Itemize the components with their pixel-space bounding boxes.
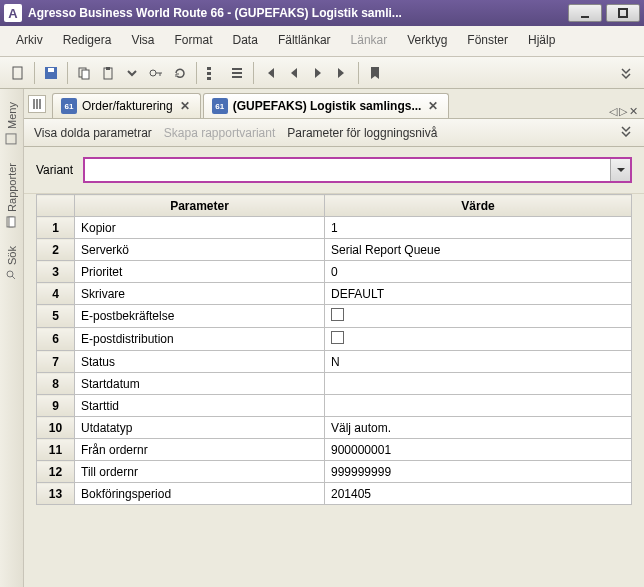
menu-fonster[interactable]: Fönster bbox=[457, 30, 518, 50]
bookmark-icon[interactable] bbox=[363, 61, 387, 85]
menu-arkiv[interactable]: Arkiv bbox=[6, 30, 53, 50]
new-icon[interactable] bbox=[6, 61, 30, 85]
svg-rect-2 bbox=[13, 67, 22, 79]
table-row[interactable]: 8Startdatum bbox=[37, 373, 632, 395]
save-icon[interactable] bbox=[39, 61, 63, 85]
last-icon[interactable] bbox=[330, 61, 354, 85]
rail-tab-rapporter[interactable]: Rapporter bbox=[0, 156, 23, 235]
cell-value[interactable]: 1 bbox=[325, 217, 632, 239]
paste-icon[interactable] bbox=[96, 61, 120, 85]
col-parameter: Parameter bbox=[75, 195, 325, 217]
table-row[interactable]: 7StatusN bbox=[37, 351, 632, 373]
link-parameter-loggningsniva[interactable]: Parameter för loggningsnivå bbox=[287, 126, 437, 140]
svg-rect-17 bbox=[33, 99, 35, 109]
tab-scroll-left-icon[interactable]: ◁ bbox=[609, 105, 617, 118]
table-row[interactable]: 1Kopior1 bbox=[37, 217, 632, 239]
table-row[interactable]: 13Bokföringsperiod201405 bbox=[37, 483, 632, 505]
chevron-down-icon[interactable] bbox=[120, 61, 144, 85]
copy-icon[interactable] bbox=[72, 61, 96, 85]
minimize-button[interactable] bbox=[568, 4, 602, 22]
tab-close-all-icon[interactable]: ✕ bbox=[629, 105, 638, 118]
close-icon[interactable]: ✕ bbox=[426, 99, 440, 113]
cell-value[interactable]: Serial Report Queue bbox=[325, 239, 632, 261]
svg-rect-4 bbox=[48, 68, 54, 72]
table-row[interactable]: 6E-postdistribution bbox=[37, 328, 632, 351]
table-row[interactable]: 12Till ordernr999999999 bbox=[37, 461, 632, 483]
close-icon[interactable]: ✕ bbox=[178, 99, 192, 113]
variant-label: Variant bbox=[36, 163, 73, 177]
rail-tab-meny[interactable]: Meny bbox=[0, 95, 23, 152]
window-title: Agresso Business World Route 66 - (GUPEF… bbox=[28, 6, 568, 20]
checkbox[interactable] bbox=[331, 331, 344, 344]
table-row[interactable]: 2ServerköSerial Report Queue bbox=[37, 239, 632, 261]
toolbar-overflow-icon[interactable] bbox=[620, 66, 638, 80]
row-number: 12 bbox=[37, 461, 75, 483]
svg-rect-15 bbox=[10, 217, 16, 227]
list-icon[interactable] bbox=[225, 61, 249, 85]
cell-parameter: Startdatum bbox=[75, 373, 325, 395]
cell-value[interactable]: 900000001 bbox=[325, 439, 632, 461]
toolbar bbox=[0, 57, 644, 89]
cell-value[interactable]: 201405 bbox=[325, 483, 632, 505]
table-row[interactable]: 4SkrivareDEFAULT bbox=[37, 283, 632, 305]
svg-rect-8 bbox=[106, 67, 110, 70]
cell-parameter: Prioritet bbox=[75, 261, 325, 283]
cell-parameter: Kopior bbox=[75, 217, 325, 239]
table-row[interactable]: 9Starttid bbox=[37, 395, 632, 417]
first-icon[interactable] bbox=[258, 61, 282, 85]
menu-format[interactable]: Format bbox=[165, 30, 223, 50]
menu-visa[interactable]: Visa bbox=[121, 30, 164, 50]
cell-parameter: E-postbekräftelse bbox=[75, 305, 325, 328]
refresh-icon[interactable] bbox=[168, 61, 192, 85]
cell-value[interactable]: Välj autom. bbox=[325, 417, 632, 439]
table-row[interactable]: 11Från ordernr900000001 bbox=[37, 439, 632, 461]
cell-value[interactable]: 0 bbox=[325, 261, 632, 283]
dropdown-icon[interactable] bbox=[610, 159, 630, 181]
col-varde: Värde bbox=[325, 195, 632, 217]
table-row[interactable]: 5E-postbekräftelse bbox=[37, 305, 632, 328]
toolbar-separator bbox=[67, 62, 68, 84]
row-number: 6 bbox=[37, 328, 75, 351]
menu-faltlankar[interactable]: Fältlänkar bbox=[268, 30, 341, 50]
next-icon[interactable] bbox=[306, 61, 330, 85]
cell-value[interactable]: N bbox=[325, 351, 632, 373]
menu-verktyg[interactable]: Verktyg bbox=[397, 30, 457, 50]
link-visa-dolda-parametrar[interactable]: Visa dolda parametrar bbox=[34, 126, 152, 140]
menu-data[interactable]: Data bbox=[223, 30, 268, 50]
menu-redigera[interactable]: Redigera bbox=[53, 30, 122, 50]
maximize-button[interactable] bbox=[606, 4, 640, 22]
col-rownum bbox=[37, 195, 75, 217]
cell-value[interactable] bbox=[325, 328, 632, 351]
rail-tab-sok[interactable]: Sök bbox=[0, 239, 23, 288]
tab-scroll-right-icon[interactable]: ▷ bbox=[619, 105, 627, 118]
tree-icon[interactable] bbox=[201, 61, 225, 85]
cell-value[interactable] bbox=[325, 373, 632, 395]
menu-lankar: Länkar bbox=[341, 30, 398, 50]
row-number: 11 bbox=[37, 439, 75, 461]
key-icon[interactable] bbox=[144, 61, 168, 85]
cell-parameter: Serverkö bbox=[75, 239, 325, 261]
cell-parameter: Skrivare bbox=[75, 283, 325, 305]
app-icon: A bbox=[4, 4, 22, 22]
menu-hjalp[interactable]: Hjälp bbox=[518, 30, 565, 50]
variant-input[interactable] bbox=[85, 159, 610, 181]
table-row[interactable]: 10UtdatatypVälj autom. bbox=[37, 417, 632, 439]
cell-value[interactable] bbox=[325, 395, 632, 417]
tab-gupefaks-logistik[interactable]: 61 (GUPEFAKS) Logistik samlings... ✕ bbox=[203, 93, 450, 118]
doc-bar-icon[interactable] bbox=[28, 95, 46, 113]
variant-combobox[interactable] bbox=[83, 157, 632, 183]
cell-value[interactable] bbox=[325, 305, 632, 328]
tab-order-fakturering[interactable]: 61 Order/fakturering ✕ bbox=[52, 93, 201, 118]
subtoolbar-overflow-icon[interactable] bbox=[620, 125, 634, 140]
document-tabs: 61 Order/fakturering ✕ 61 (GUPEFAKS) Log… bbox=[24, 89, 644, 119]
table-row[interactable]: 3Prioritet0 bbox=[37, 261, 632, 283]
cell-parameter: Utdatatyp bbox=[75, 417, 325, 439]
menu-bar: Arkiv Redigera Visa Format Data Fältlänk… bbox=[0, 26, 644, 57]
checkbox[interactable] bbox=[331, 308, 344, 321]
prev-icon[interactable] bbox=[282, 61, 306, 85]
cell-value[interactable]: 999999999 bbox=[325, 461, 632, 483]
parameter-grid-wrap: Parameter Värde 1Kopior12ServerköSerial … bbox=[24, 194, 644, 513]
row-number: 7 bbox=[37, 351, 75, 373]
cell-value[interactable]: DEFAULT bbox=[325, 283, 632, 305]
cell-parameter: Status bbox=[75, 351, 325, 373]
